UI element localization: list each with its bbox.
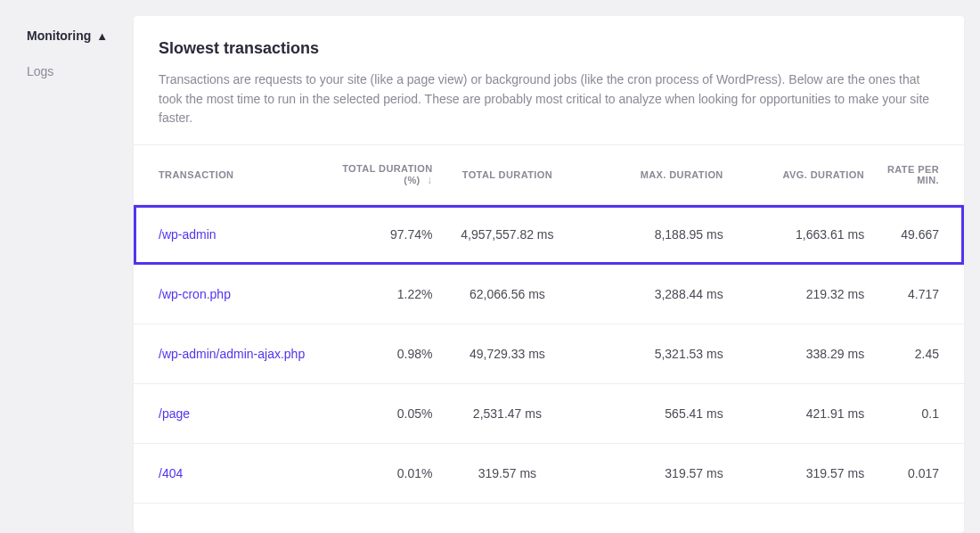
cell-total-duration: 319.57 ms xyxy=(433,444,583,504)
cell-total-duration: 49,729.33 ms xyxy=(433,324,583,384)
transaction-link[interactable]: /page xyxy=(159,406,190,421)
table-row[interactable]: /wp-admin/admin-ajax.php0.98%49,729.33 m… xyxy=(134,324,964,384)
cell-max-duration: 5,321.53 ms xyxy=(582,324,723,384)
col-total-pct-label: TOTAL DURATION (%) xyxy=(342,163,432,185)
cell-total-pct: 1.22% xyxy=(324,265,432,324)
main: Slowest transactions Transactions are re… xyxy=(134,0,980,533)
transaction-link[interactable]: /wp-admin/admin-ajax.php xyxy=(159,347,305,361)
cell-total-pct: 97.74% xyxy=(324,205,432,265)
card-title: Slowest transactions xyxy=(159,39,939,58)
cell-avg-duration: 219.32 ms xyxy=(723,265,864,324)
cell-rate: 0.1 xyxy=(864,384,964,444)
cell-avg-duration: 319.57 ms xyxy=(723,444,864,504)
monitor-icon: ▲ xyxy=(96,29,108,43)
table-row[interactable]: /wp-admin97.74%4,957,557.82 ms8,188.95 m… xyxy=(134,205,964,265)
col-avg-duration[interactable]: AVG. DURATION xyxy=(723,145,864,205)
col-total-duration[interactable]: TOTAL DURATION xyxy=(433,145,583,205)
transaction-link[interactable]: /wp-cron.php xyxy=(159,287,231,301)
card-header: Slowest transactions Transactions are re… xyxy=(134,39,964,144)
cell-total-pct: 0.98% xyxy=(324,324,432,384)
slowest-transactions-card: Slowest transactions Transactions are re… xyxy=(134,16,964,533)
col-max-duration[interactable]: MAX. DURATION xyxy=(582,145,723,205)
cell-max-duration: 3,288.44 ms xyxy=(582,265,723,324)
cell-total-duration: 4,957,557.82 ms xyxy=(433,205,583,265)
table-row[interactable]: /page0.05%2,531.47 ms565.41 ms421.91 ms0… xyxy=(134,384,964,444)
cell-rate: 0.017 xyxy=(864,444,964,504)
cell-rate: 2.45 xyxy=(864,324,964,384)
sidebar-item-logs[interactable]: Logs xyxy=(27,64,134,78)
cell-total-duration: 62,066.56 ms xyxy=(433,265,583,324)
cell-avg-duration: 1,663.61 ms xyxy=(723,205,864,265)
table-header-row: TRANSACTION TOTAL DURATION (%) ↓ TOTAL D… xyxy=(134,145,964,205)
sidebar-item-monitoring[interactable]: Monitoring ▲ xyxy=(27,29,134,43)
cell-total-pct: 0.05% xyxy=(324,384,432,444)
cell-max-duration: 8,188.95 ms xyxy=(582,205,723,265)
col-rate[interactable]: RATE PER MIN. xyxy=(864,145,964,205)
sort-desc-icon: ↓ xyxy=(427,174,432,186)
cell-total-duration: 2,531.47 ms xyxy=(433,384,583,444)
cell-rate: 4.717 xyxy=(864,265,964,324)
sidebar: Monitoring ▲ Logs xyxy=(0,0,134,533)
transactions-table: TRANSACTION TOTAL DURATION (%) ↓ TOTAL D… xyxy=(134,144,964,504)
table-body: /wp-admin97.74%4,957,557.82 ms8,188.95 m… xyxy=(134,205,964,504)
transaction-link[interactable]: /wp-admin xyxy=(159,227,216,242)
card-description: Transactions are requests to your site (… xyxy=(159,70,939,128)
sidebar-label-monitoring: Monitoring xyxy=(27,29,91,43)
col-transaction[interactable]: TRANSACTION xyxy=(134,145,324,205)
cell-rate: 49.667 xyxy=(864,205,964,265)
table-row[interactable]: /wp-cron.php1.22%62,066.56 ms3,288.44 ms… xyxy=(134,265,964,324)
table-row[interactable]: /4040.01%319.57 ms319.57 ms319.57 ms0.01… xyxy=(134,444,964,504)
cell-max-duration: 565.41 ms xyxy=(582,384,723,444)
sidebar-label-logs: Logs xyxy=(27,64,53,78)
col-total-pct[interactable]: TOTAL DURATION (%) ↓ xyxy=(324,145,432,205)
transaction-link[interactable]: /404 xyxy=(159,466,183,480)
cell-avg-duration: 338.29 ms xyxy=(723,324,864,384)
cell-max-duration: 319.57 ms xyxy=(582,444,723,504)
cell-avg-duration: 421.91 ms xyxy=(723,384,864,444)
cell-total-pct: 0.01% xyxy=(324,444,432,504)
